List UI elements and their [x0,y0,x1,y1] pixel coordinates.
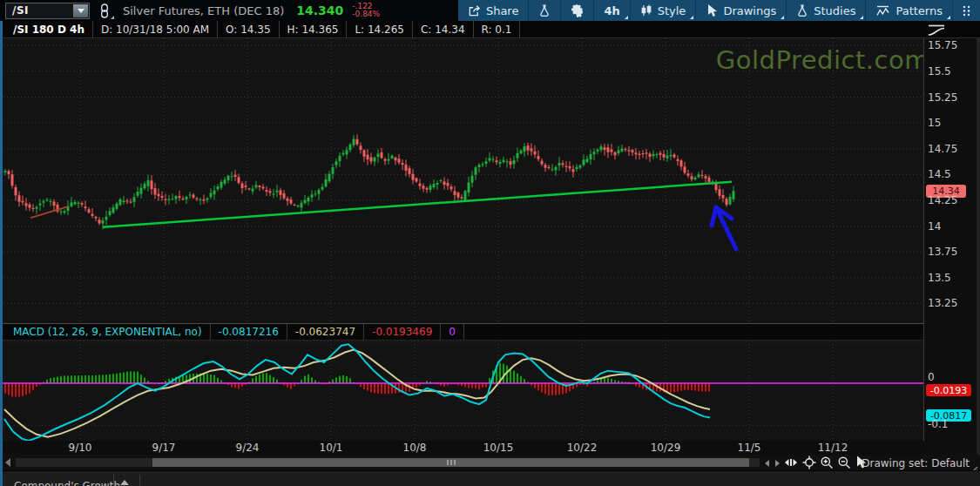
dropdown-corner [625,16,628,19]
ohlc-infobar: /SI 180 D 4h D: 10/31/18 5:00 AM O: 14.3… [0,21,980,38]
date-tick-label: 11/5 [738,442,761,454]
low-value: L: 14.265 [347,21,413,38]
chart-scroll-row: Drawing set: Default [0,455,980,470]
macd-min-tick: -0.1 [928,418,948,430]
price-tick-label: 13.5 [928,272,951,284]
price-axis[interactable]: 14.34 0 -0.0193 -0.0817 -0.1 15.7515.515… [924,38,980,455]
price-chart-canvas[interactable]: GoldPredict.com [0,38,924,323]
macd-chart-canvas[interactable] [0,340,924,441]
pan-icon[interactable] [784,456,798,469]
share-button[interactable]: Share [458,0,529,21]
dropdown-corner [947,16,950,19]
scroll-left-arrow[interactable] [5,458,10,467]
date-tick-label: 10/1 [320,442,343,454]
candlestick-icon [640,3,652,17]
instrument-title: Silver Futures, ETH (DEC 18) [123,4,284,17]
drawings-button[interactable]: Drawings [695,0,786,21]
open-value: O: 14.35 [218,21,279,38]
bottom-tab-label[interactable]: Compound's Growth [14,480,120,486]
scroll-step-right[interactable] [775,460,780,467]
link-icon[interactable] [98,3,112,18]
price-tick-label: 15.75 [928,39,957,51]
range-value: R: 0.1 [474,21,521,38]
date-tick-label: 10/29 [651,442,681,454]
price-tick-label: 13.25 [928,297,957,309]
price-tick-label: 13.75 [928,246,957,258]
scroll-step-left[interactable] [765,460,769,467]
analyze-button[interactable] [528,0,560,21]
zoom-out-icon[interactable] [837,456,851,469]
grid-dots-icon [963,5,970,17]
gear-icon [571,4,584,17]
price-tick-label: 15.25 [928,91,957,104]
crosshair-icon[interactable] [802,456,816,469]
drawing-set-label[interactable]: Drawing set: Default [862,457,970,469]
scrollbar-thumb[interactable] [152,458,749,467]
macd-hist-badge: -0.0193 [926,384,971,396]
macd-study-header: MACD (12, 26, 9, EXPONENTIAL, no) -0.081… [0,324,924,340]
date-tick-label: 11/12 [818,442,848,454]
symbol-input[interactable]: /SI [6,4,73,17]
bottom-panel-bar: Compound's Growth [0,470,980,486]
zoom-in-icon[interactable] [820,456,834,469]
date-tick-label: 9/10 [69,442,92,454]
symbol-header: /SI Silver Futures, ETH (DEC 18) 14.340 … [0,0,458,21]
dropdown-corner [781,16,784,19]
date-value: D: 10/31/18 5:00 AM [93,21,218,38]
right-edge-strip [977,38,980,455]
chart-spec-label: /SI 180 D 4h [5,21,93,38]
macd-signal-value: -0.0623747 [287,324,364,340]
chart-mode-icon[interactable] [926,23,949,38]
price-tick-label: 15 [928,117,941,129]
price-change: -.122 -0.84% [352,3,380,18]
timeframe-button[interactable]: 4h [593,0,629,21]
watermark: GoldPredict.com [716,45,929,75]
price-tick-label: 14.75 [928,143,957,155]
date-tick-label: 9/24 [236,442,260,454]
macd-hist-value: -0.0193469 [364,324,441,340]
date-tick-label: 9/17 [152,442,176,454]
time-axis[interactable]: 9/109/179/2410/110/810/1510/2210/2911/51… [0,441,924,455]
close-value: C: 14.34 [413,21,474,38]
studies-button[interactable]: Studies [786,0,865,21]
macd-value: -0.0817216 [211,324,287,340]
high-value: H: 14.365 [280,21,348,38]
expand-panel-button[interactable] [120,480,129,485]
date-tick-label: 10/8 [403,442,427,454]
scrollbar-grip [447,460,456,465]
patterns-button[interactable]: Patterns [865,0,952,21]
more-grid-button[interactable] [952,0,980,21]
style-button[interactable]: Style [630,0,696,21]
price-tick-label: 14.5 [928,168,951,180]
price-tick-label: 14.25 [928,194,957,206]
macd-zero-value: 0 [441,324,464,340]
date-tick-label: 10/15 [483,442,514,454]
trading-platform-window: /SI Silver Futures, ETH (DEC 18) 14.340 … [0,0,980,486]
dropdown-corner [860,16,863,19]
pattern-icon [875,4,890,17]
top-toolbar: /SI Silver Futures, ETH (DEC 18) 14.340 … [0,0,980,21]
settings-button[interactable] [560,0,593,21]
last-price: 14.340 [296,3,343,17]
cursor-icon [706,3,718,17]
macd-zero-tick: 0 [928,371,935,383]
price-tick-label: 14 [928,220,941,233]
dropdown-corner [690,16,693,19]
flask-icon [796,3,808,17]
chart-toolbar: Share 4h Style Drawings [458,0,980,21]
symbol-dropdown-button[interactable] [73,4,88,17]
price-tick-label: 15.5 [928,65,951,78]
macd-study-label[interactable]: MACD (12, 26, 9, EXPONENTIAL, no) [5,324,211,340]
flask-icon [538,3,551,17]
share-icon [468,4,481,17]
scrollbar-track[interactable] [16,458,760,467]
date-tick-label: 10/22 [567,442,598,454]
symbol-input-box[interactable]: /SI [5,3,90,19]
left-edge-stripe [0,21,3,486]
